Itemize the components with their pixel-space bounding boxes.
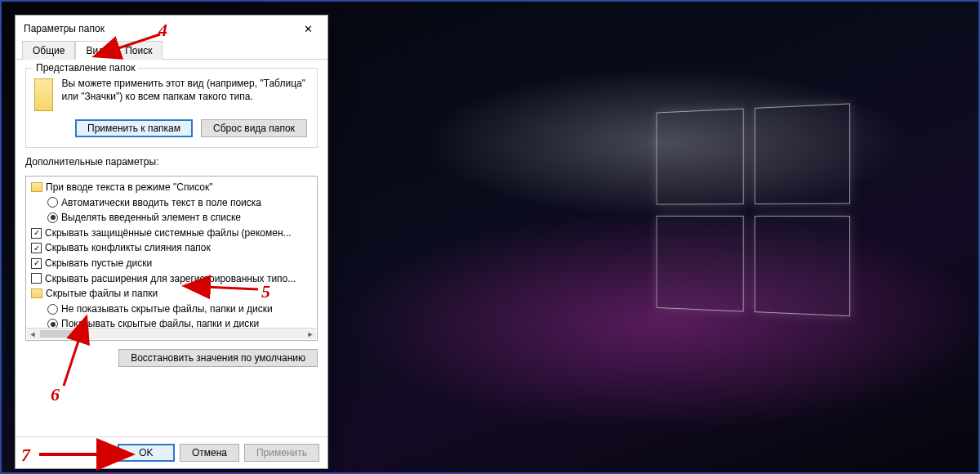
annotation-4: 4 [158,20,167,41]
svg-line-1 [186,286,258,289]
annotation-arrows [2,2,980,474]
svg-line-2 [64,319,86,386]
annotation-5: 5 [261,281,270,302]
svg-line-0 [96,34,160,56]
annotation-6: 6 [51,384,60,405]
annotation-7: 7 [21,445,30,466]
